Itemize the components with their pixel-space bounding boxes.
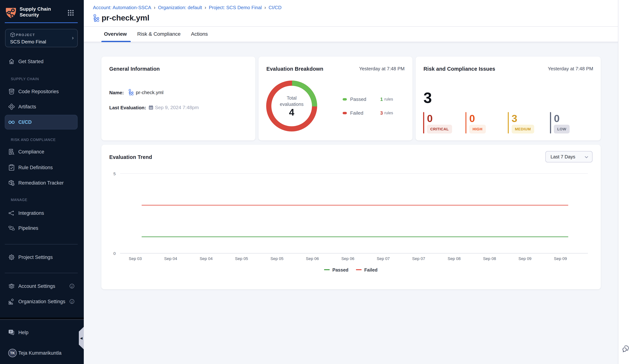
svg-text:Sep 06: Sep 06 (341, 256, 354, 261)
svg-text:Sep 09: Sep 09 (518, 256, 531, 261)
svg-text:Sep 06: Sep 06 (306, 256, 319, 261)
svg-text:Sep 08: Sep 08 (483, 256, 496, 261)
svg-text:5: 5 (113, 172, 116, 176)
svg-text:0: 0 (113, 251, 116, 256)
svg-text:Sep 04: Sep 04 (200, 256, 213, 261)
svg-text:Sep 05: Sep 05 (235, 256, 248, 261)
svg-text:Sep 03: Sep 03 (129, 256, 142, 261)
svg-text:evaluations: evaluations (280, 102, 303, 107)
svg-text:Sep 09: Sep 09 (554, 256, 567, 261)
svg-text:Passed: Passed (332, 267, 348, 272)
svg-text:?: ? (10, 330, 12, 333)
svg-text:Sep 04: Sep 04 (164, 256, 177, 261)
svg-text:Sep 07: Sep 07 (377, 256, 390, 261)
svg-text:Failed: Failed (364, 267, 377, 272)
svg-text:Sep 08: Sep 08 (448, 256, 461, 261)
svg-text:Sep 05: Sep 05 (270, 256, 283, 261)
svg-text:Total: Total (287, 96, 297, 100)
svg-text:Sep 07: Sep 07 (412, 256, 425, 261)
svg-text:4: 4 (289, 107, 294, 118)
